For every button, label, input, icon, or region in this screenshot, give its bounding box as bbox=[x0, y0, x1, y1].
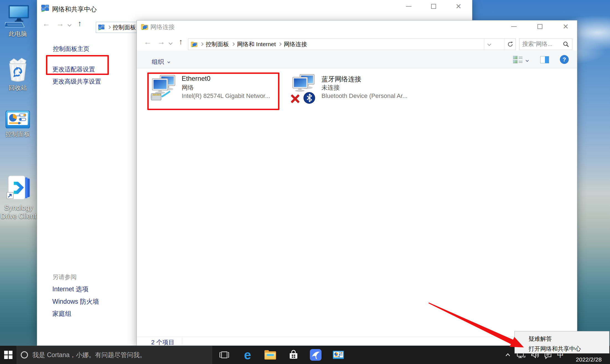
up-nav-arrow[interactable]: ↑ bbox=[179, 37, 183, 46]
breadcrumb-network-connections[interactable]: 网络连接 bbox=[284, 40, 307, 48]
status-bar-divider bbox=[182, 338, 182, 345]
tray-overflow-button[interactable] bbox=[502, 346, 513, 364]
connection-device: Bluetooth Device (Personal Ar... bbox=[321, 92, 408, 100]
status-bar: 2 个项目 bbox=[137, 337, 577, 345]
file-explorer-button[interactable] bbox=[264, 346, 277, 364]
close-button[interactable]: ✕ bbox=[449, 0, 468, 13]
edge-browser-button[interactable]: e bbox=[241, 346, 254, 364]
back-window-title: 网络和共享中心 bbox=[52, 5, 97, 14]
sidebar-item-homegroup[interactable]: 家庭组 bbox=[52, 310, 71, 318]
breadcrumb-chevron-icon bbox=[200, 42, 204, 46]
connection-status: 网络 bbox=[182, 84, 194, 92]
minimize-button[interactable] bbox=[505, 20, 523, 33]
item-count: 2 个项目 bbox=[151, 338, 174, 346]
desktop-icon-synology-drive[interactable]: Synology Drive Client bbox=[0, 175, 37, 220]
back-nav-arrow[interactable]: ← bbox=[144, 38, 151, 46]
connection-name[interactable]: Ethernet0 bbox=[182, 75, 210, 82]
command-toolbar: 组织 ? bbox=[137, 51, 577, 68]
start-button[interactable] bbox=[0, 346, 17, 364]
connection-status: 未连接 bbox=[321, 84, 340, 92]
sidebar-item-internet-options[interactable]: Internet 选项 bbox=[52, 285, 88, 293]
desktop-icon-label: 回收站 bbox=[1, 84, 34, 92]
network-context-menu: 疑难解答 打开网络和共享中心 bbox=[514, 331, 609, 353]
organize-menu[interactable]: 组织 bbox=[152, 58, 168, 66]
network-center-icon bbox=[98, 24, 105, 31]
cortana-icon bbox=[21, 351, 28, 358]
refresh-button[interactable] bbox=[505, 39, 516, 50]
file-explorer-icon bbox=[264, 350, 276, 360]
task-view-icon bbox=[219, 350, 230, 360]
network-connections-folder-icon bbox=[191, 41, 198, 48]
up-nav-arrow[interactable]: ↑ bbox=[78, 19, 82, 28]
breadcrumb-network-and-internet[interactable]: 网络和 Internet bbox=[237, 40, 276, 48]
address-dropdown-button[interactable] bbox=[484, 39, 494, 50]
chevron-up-icon bbox=[504, 351, 512, 359]
desktop-icon-recycle-bin[interactable]: 回收站 bbox=[1, 57, 34, 92]
thunder-bird-icon bbox=[310, 349, 321, 361]
close-button[interactable]: ✕ bbox=[557, 20, 575, 33]
bluetooth-badge-icon bbox=[303, 92, 315, 104]
preview-pane-button[interactable] bbox=[540, 56, 549, 63]
control-panel-icon bbox=[6, 111, 30, 128]
maximize-button[interactable] bbox=[531, 20, 549, 33]
see-also-heading: 另请参阅 bbox=[52, 273, 77, 281]
breadcrumb-control-panel[interactable]: 控制面板 bbox=[206, 40, 229, 48]
network-connections-folder-icon bbox=[141, 23, 148, 30]
cortana-search-box[interactable]: 我是 Cortana，小娜。有问题尽管问我。 bbox=[17, 346, 212, 364]
control-panel-taskbar-button[interactable] bbox=[332, 346, 345, 364]
history-chevron-icon[interactable] bbox=[169, 41, 173, 45]
sidebar-item-change-adapter-settings[interactable]: 更改适配器设置 bbox=[52, 65, 95, 74]
network-connections-window: 网络连接 ✕ ← → ↑ 控制面板 网络和 Internet 网络连接 bbox=[137, 20, 577, 346]
cortana-placeholder: 我是 Cortana，小娜。有问题尽管问我。 bbox=[32, 351, 146, 359]
control-panel-icon bbox=[333, 351, 344, 359]
microsoft-store-button[interactable] bbox=[287, 346, 300, 364]
desktop-icon-label: 此电脑 bbox=[1, 30, 34, 38]
network-center-icon bbox=[41, 4, 49, 12]
organize-dropdown-icon bbox=[168, 61, 170, 63]
help-button[interactable]: ? bbox=[560, 55, 569, 64]
maximize-button[interactable] bbox=[424, 0, 443, 13]
front-window-titlebar[interactable]: 网络连接 ✕ bbox=[137, 20, 577, 33]
store-icon bbox=[288, 350, 299, 360]
recycle-bin-icon bbox=[5, 57, 30, 82]
minimize-button[interactable] bbox=[400, 0, 418, 13]
sidebar-item-control-panel-home[interactable]: 控制面板主页 bbox=[53, 45, 89, 53]
view-options-dropdown-icon[interactable] bbox=[526, 59, 529, 62]
thunder-app-button[interactable] bbox=[309, 346, 322, 364]
this-pc-icon bbox=[5, 4, 30, 28]
address-bar[interactable]: 控制面板 网络和 Internet 网络连接 bbox=[188, 38, 516, 50]
task-view-button[interactable] bbox=[218, 346, 231, 364]
forward-nav-arrow[interactable]: → bbox=[157, 38, 165, 46]
search-input[interactable] bbox=[522, 40, 561, 48]
breadcrumb-chevron-icon bbox=[231, 42, 235, 46]
menu-item-troubleshoot[interactable]: 疑难解答 bbox=[529, 335, 552, 343]
search-icon[interactable] bbox=[563, 41, 569, 48]
history-chevron-icon[interactable] bbox=[68, 23, 71, 27]
edge-icon: e bbox=[244, 349, 251, 361]
back-window-titlebar[interactable]: 网络和共享中心 ✕ bbox=[37, 0, 472, 17]
refresh-icon bbox=[507, 41, 514, 48]
breadcrumb-chevron-icon bbox=[278, 42, 282, 46]
front-window-title: 网络连接 bbox=[150, 23, 175, 31]
sidebar-item-change-advanced-sharing[interactable]: 更改高级共享设置 bbox=[52, 77, 101, 86]
desktop-icon-control-panel[interactable]: 控制面板 bbox=[1, 111, 34, 138]
sidebar-item-windows-firewall[interactable]: Windows 防火墙 bbox=[52, 297, 99, 306]
desktop-icon-this-pc[interactable]: 此电脑 bbox=[1, 4, 34, 38]
view-options-button[interactable] bbox=[513, 56, 523, 64]
breadcrumb-chevron-icon bbox=[107, 25, 111, 29]
forward-nav-arrow[interactable]: → bbox=[56, 19, 64, 28]
desktop: 此电脑 回收站 bbox=[0, 0, 610, 364]
search-box[interactable] bbox=[519, 38, 572, 50]
back-address-bar[interactable]: 控制面板 bbox=[96, 22, 142, 33]
ethernet-adapter-icon bbox=[151, 75, 178, 102]
windows-logo-icon bbox=[4, 351, 12, 359]
breadcrumb-control-panel[interactable]: 控制面板 bbox=[113, 24, 136, 31]
desktop-icon-label: Synology Drive Client bbox=[0, 204, 37, 220]
desktop-icon-label: 控制面板 bbox=[1, 131, 34, 138]
synology-drive-icon bbox=[5, 175, 32, 201]
connection-name[interactable]: 蓝牙网络连接 bbox=[321, 75, 361, 84]
tray-date[interactable]: 2022/2/28 bbox=[560, 356, 602, 363]
menu-item-open-network-sharing-center[interactable]: 打开网络和共享中心 bbox=[529, 345, 581, 353]
connection-device: Intel(R) 82574L Gigabit Networ... bbox=[182, 92, 270, 100]
back-nav-arrow[interactable]: ← bbox=[42, 19, 50, 28]
